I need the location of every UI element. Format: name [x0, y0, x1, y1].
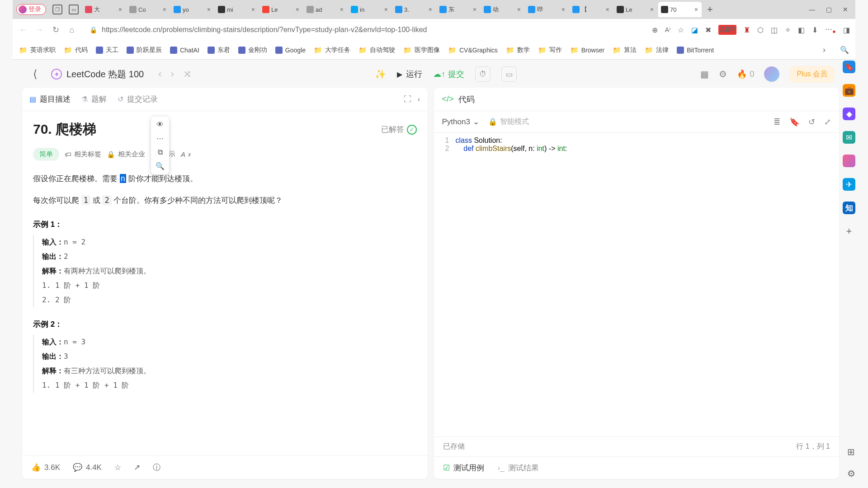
like-button[interactable]: 👍3.6K: [31, 463, 60, 472]
home-button[interactable]: ⌂: [67, 25, 77, 35]
browser-tab[interactable]: Le×: [259, 2, 303, 17]
refresh-button[interactable]: ↻: [51, 25, 61, 35]
ext2-icon[interactable]: ✖︎: [705, 26, 711, 34]
collections2-icon[interactable]: ✧: [785, 26, 791, 34]
notes-button[interactable]: ▭: [501, 66, 517, 82]
collections-icon[interactable]: ▭: [69, 5, 79, 14]
tab-close-button[interactable]: ×: [561, 6, 566, 13]
close-window-button[interactable]: ✕: [843, 6, 848, 13]
tab-close-button[interactable]: ×: [428, 6, 433, 13]
tab-close-button[interactable]: ×: [693, 6, 699, 13]
settings-button[interactable]: ⚙: [719, 69, 727, 80]
collapse-button[interactable]: ‹: [418, 95, 420, 104]
bookmark-item[interactable]: 天工: [96, 46, 118, 54]
ext3-icon[interactable]: ♜: [744, 26, 750, 34]
bookmark-item[interactable]: ChatAI: [170, 46, 199, 54]
bookmark-item[interactable]: 📁代码: [64, 46, 88, 54]
star-button[interactable]: ☆: [114, 463, 121, 472]
prev-problem-button[interactable]: ‹: [158, 68, 161, 80]
search-bookmarks-icon[interactable]: 🔍: [840, 46, 849, 54]
tags-button[interactable]: 🏷相关标签: [65, 150, 101, 159]
layout-button[interactable]: ▦: [700, 69, 709, 80]
tab-solutions[interactable]: ⚗题解: [81, 94, 107, 104]
login-button[interactable]: 登录: [16, 4, 46, 15]
url-input[interactable]: 🔒 https://leetcode.cn/problems/climbing-…: [83, 22, 646, 38]
shuffle-button[interactable]: ⤨: [183, 68, 191, 80]
search-selection-icon[interactable]: 🔍: [153, 160, 167, 172]
rail-settings-1[interactable]: ⊞: [847, 446, 855, 457]
tab-close-button[interactable]: ×: [649, 6, 655, 13]
help-button[interactable]: ⓘ: [153, 462, 160, 473]
streak-indicator[interactable]: 🔥0: [737, 69, 754, 79]
run-button[interactable]: ▶运行: [397, 69, 422, 80]
browser-tab[interactable]: 动×: [481, 2, 524, 17]
bookmark-item[interactable]: 📁英语求职: [19, 46, 56, 54]
plus-member-button[interactable]: Plus 会员: [789, 66, 835, 83]
sidebar-toggle-icon[interactable]: ◨: [843, 26, 850, 34]
tab-close-button[interactable]: ×: [605, 6, 610, 13]
tab-description[interactable]: ▤题目描述: [29, 94, 71, 104]
browser-tab[interactable]: Le×: [614, 2, 657, 17]
next-problem-button[interactable]: ›: [171, 68, 174, 80]
bookmark-item[interactable]: Google: [275, 46, 306, 54]
ai-sparkle-icon[interactable]: ✨: [375, 69, 386, 80]
browser-tab[interactable]: 东×: [437, 2, 480, 17]
bookmark-item[interactable]: 东君: [208, 46, 230, 54]
downloads-icon[interactable]: ⬇: [812, 26, 818, 34]
bookmark-item[interactable]: 📁法律: [645, 46, 669, 54]
browser-tab[interactable]: Co×: [127, 2, 170, 17]
format-button[interactable]: ≣: [774, 117, 780, 127]
extensions-icon[interactable]: ⬡: [757, 26, 764, 34]
tab-close-button[interactable]: ×: [250, 6, 256, 13]
browser-tab[interactable]: mi×: [215, 2, 259, 17]
bookmark-item[interactable]: 📁Browser: [570, 46, 604, 54]
browser-tab[interactable]: 70×: [658, 2, 702, 17]
bookmark-item[interactable]: 📁大学任务: [314, 46, 350, 54]
bookmark-item[interactable]: BitTorrent: [677, 46, 714, 54]
tab-close-button[interactable]: ×: [206, 6, 212, 13]
rail-icon-zhihu[interactable]: 知: [843, 202, 855, 214]
bookmarks-overflow[interactable]: ›: [823, 45, 826, 55]
tab-testresults[interactable]: ›_测试结果: [498, 463, 539, 473]
rail-icon-5[interactable]: [843, 155, 855, 167]
hide-icon[interactable]: 👁: [154, 119, 166, 130]
tab-close-button[interactable]: ×: [162, 6, 167, 13]
tab-close-button[interactable]: ×: [472, 6, 477, 13]
language-selector[interactable]: Python3⌄: [442, 117, 479, 127]
bookmark-item[interactable]: 📁CV&Graphics: [448, 46, 498, 54]
share-button[interactable]: ↗: [134, 463, 140, 472]
read-aloud-icon[interactable]: A⁾: [665, 26, 670, 33]
browser-tab[interactable]: yo×: [171, 2, 214, 17]
forward-button[interactable]: →: [34, 25, 44, 35]
browser-tab[interactable]: ad×: [304, 2, 347, 17]
more-icon[interactable]: ⋯●: [825, 25, 836, 35]
rail-icon-3[interactable]: ◆: [843, 108, 855, 120]
split-icon[interactable]: ◫: [771, 26, 778, 34]
bookmark-item[interactable]: 📁写作: [538, 46, 562, 54]
font-size-button[interactable]: Ax: [181, 150, 191, 158]
bookmark-item[interactable]: 📁算法: [613, 46, 637, 54]
study-plan-link[interactable]: ✦ LeetCode 热题 100: [51, 68, 144, 80]
code-editor[interactable]: 1class Solution: 2 def climbStairs(self,…: [434, 133, 840, 436]
browser-tab[interactable]: 【×: [570, 2, 613, 17]
smart-mode-toggle[interactable]: 🔒智能模式: [488, 117, 529, 127]
tab-submissions[interactable]: ↺提交记录: [118, 94, 158, 104]
app-back-button[interactable]: ⟨: [27, 66, 43, 82]
browser-tab[interactable]: in×: [348, 2, 392, 17]
workspaces-icon[interactable]: ❐: [52, 5, 62, 14]
rail-icon-2[interactable]: 💼: [843, 84, 855, 97]
browser-tab[interactable]: 大×: [82, 2, 126, 17]
fullscreen-button[interactable]: ⛶: [404, 95, 411, 104]
tab-testcases[interactable]: ☑测试用例: [443, 463, 484, 473]
tab-close-button[interactable]: ×: [339, 6, 344, 13]
abp-icon[interactable]: ABP: [718, 25, 736, 35]
comments-button[interactable]: 💬4.4K: [73, 463, 102, 472]
copy-icon[interactable]: ⧉: [155, 147, 165, 158]
rail-settings-2[interactable]: ⚙: [847, 468, 855, 479]
bookmark-item[interactable]: 金刚功: [238, 46, 267, 54]
zoom-icon[interactable]: ⊕: [652, 26, 658, 34]
rail-icon-4[interactable]: ✉: [843, 131, 855, 144]
maximize-button[interactable]: ▢: [826, 6, 832, 13]
rail-icon-1[interactable]: 🔖: [843, 61, 855, 73]
submit-button[interactable]: ☁↑提交: [433, 69, 464, 80]
